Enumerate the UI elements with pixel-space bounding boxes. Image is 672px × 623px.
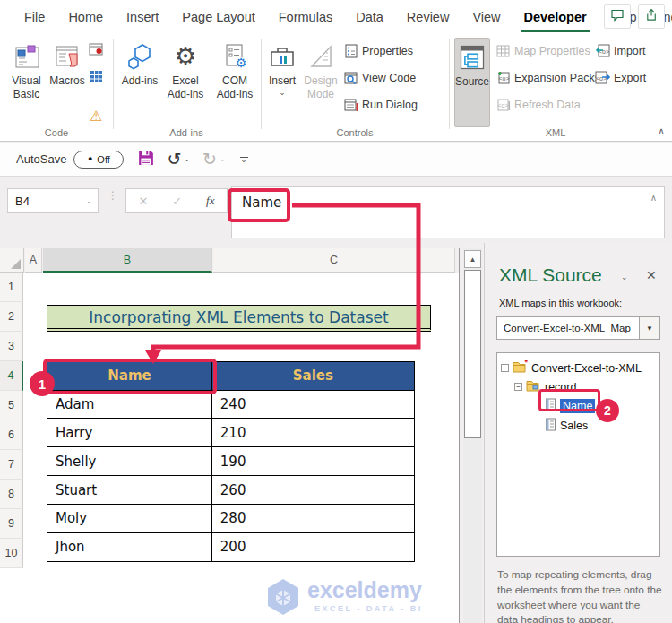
- cell-name[interactable]: Adam: [47, 390, 212, 420]
- pane-options-icon[interactable]: ⌄: [621, 273, 628, 281]
- xml-import-button[interactable]: <o> Import: [595, 41, 645, 61]
- excel-add-ins-icon: ⚙: [170, 41, 201, 72]
- properties-button[interactable]: Properties: [343, 41, 413, 61]
- tree-node-root[interactable]: − * Convert-Excel-to-XML: [501, 359, 642, 377]
- column-header-a[interactable]: A: [25, 248, 42, 273]
- pane-close-icon[interactable]: ✕: [646, 268, 657, 282]
- row-header-1[interactable]: 1: [0, 273, 23, 302]
- xml-map-dropdown[interactable]: Convert-Excel-to-XML_Map: [496, 316, 640, 340]
- cell-b4-name-header[interactable]: Name: [47, 361, 212, 391]
- tree-node-sales[interactable]: Sales: [545, 416, 588, 435]
- tab-insert[interactable]: Insert: [115, 0, 170, 34]
- cell-sales[interactable]: 210: [211, 418, 415, 447]
- tab-review[interactable]: Review: [395, 0, 461, 34]
- formula-bar[interactable]: Name ∧: [231, 186, 665, 238]
- xml-map-dropdown-button[interactable]: ▼: [639, 316, 660, 340]
- view-code-button[interactable]: View Code: [343, 68, 416, 88]
- add-ins-button[interactable]: Add-ins: [120, 38, 159, 127]
- column-header-c[interactable]: C: [213, 248, 455, 273]
- xml-export-button[interactable]: <o> Export: [595, 68, 646, 88]
- column-header-b[interactable]: B: [43, 248, 212, 273]
- cell-name[interactable]: Moly: [47, 504, 212, 533]
- visual-basic-button[interactable]: Visual Basic: [5, 38, 47, 127]
- row-header-6[interactable]: 6: [0, 420, 23, 450]
- expansion-packs-button[interactable]: <o> Expansion Packs: [495, 68, 600, 88]
- cell-sales[interactable]: 190: [211, 446, 415, 476]
- select-all-corner[interactable]: [0, 248, 24, 273]
- design-mode-icon: [306, 41, 336, 72]
- macro-security-button[interactable]: ⚠: [90, 106, 102, 125]
- row-header-10[interactable]: 10: [0, 539, 23, 568]
- xml-source-button[interactable]: Source: [454, 38, 490, 127]
- cell-sales[interactable]: 280: [211, 504, 415, 533]
- com-add-ins-button[interactable]: ⚙ COM Add-ins: [211, 38, 259, 127]
- enter-icon[interactable]: ✓: [172, 195, 182, 208]
- customize-qat-button[interactable]: ⌄: [240, 157, 248, 162]
- run-dialog-button[interactable]: Run Dialog: [343, 95, 418, 115]
- cell-c4-sales-header[interactable]: Sales: [211, 361, 415, 391]
- dataset-title-cell[interactable]: Incorporating XML Elements to Dataset: [47, 305, 431, 332]
- tab-formulas[interactable]: Formulas: [267, 0, 344, 34]
- tree-node-record[interactable]: − record: [514, 377, 576, 396]
- xml-maps-label: XML maps in this workbook:: [499, 298, 622, 308]
- tree-node-name[interactable]: Name: [545, 396, 595, 415]
- watermark: exceldemy EXCEL - DATA - BI: [264, 577, 457, 617]
- tab-data[interactable]: Data: [344, 0, 395, 34]
- tree-node-record-label: record: [545, 381, 576, 394]
- excel-add-ins-button[interactable]: ⚙ Excel Add-ins: [162, 38, 209, 127]
- xml-export-icon: <o>: [595, 71, 610, 86]
- row-header-5[interactable]: 5: [0, 391, 23, 420]
- record-macro-button[interactable]: [89, 39, 104, 59]
- row-header-8[interactable]: 8: [0, 480, 23, 509]
- macros-button[interactable]: Macros: [48, 38, 86, 127]
- cell-sales[interactable]: 260: [211, 475, 415, 505]
- run-dialog-icon: [343, 98, 358, 113]
- scroll-up-button[interactable]: ▲: [464, 250, 481, 268]
- row-header-3[interactable]: 3: [0, 332, 23, 361]
- pane-helper-text: To map repeating elements, drag the elem…: [497, 567, 662, 623]
- tab-developer[interactable]: Developer: [513, 0, 599, 34]
- collapse-ribbon-icon[interactable]: ∧: [658, 125, 665, 137]
- add-ins-group-label: Add-ins: [148, 127, 225, 138]
- cell-sales[interactable]: 200: [211, 532, 415, 562]
- cell-name[interactable]: Jhon: [47, 532, 212, 562]
- ribbon-tab-bar: File Home Insert Page Layout Formulas Da…: [0, 0, 672, 34]
- collapse-node-icon[interactable]: −: [514, 383, 522, 391]
- cell-sales[interactable]: 240: [211, 390, 415, 420]
- cancel-icon[interactable]: ✕: [138, 195, 148, 208]
- cell-name[interactable]: Shelly: [47, 446, 212, 476]
- insert-function-icon[interactable]: fx: [206, 194, 214, 208]
- xml-source-icon: [457, 42, 487, 73]
- scrollbar-thumb[interactable]: [464, 270, 481, 438]
- vertical-scrollbar[interactable]: ▲: [463, 248, 482, 623]
- tab-file[interactable]: File: [13, 0, 56, 34]
- tab-home[interactable]: Home: [56, 0, 115, 34]
- comments-button[interactable]: [604, 4, 631, 29]
- view-code-label: View Code: [362, 72, 416, 84]
- row-header-7[interactable]: 7: [0, 450, 23, 480]
- formula-bar-collapse-icon[interactable]: ∧: [650, 193, 657, 203]
- tab-page-layout[interactable]: Page Layout: [170, 0, 266, 34]
- save-button[interactable]: [138, 150, 154, 169]
- svg-text:<o>: <o>: [596, 75, 607, 82]
- tab-view[interactable]: View: [461, 0, 512, 34]
- insert-control-button[interactable]: Insert ⌄: [265, 38, 299, 127]
- watermark-brand: exceldemy: [307, 577, 422, 603]
- relative-references-button[interactable]: [89, 66, 104, 86]
- excel-window: File Home Insert Page Layout Formulas Da…: [0, 0, 672, 623]
- row-header-9[interactable]: 9: [0, 509, 23, 539]
- undo-button[interactable]: ↺ ⌄: [167, 151, 190, 168]
- name-box[interactable]: B4 ⌄: [7, 188, 99, 213]
- collapse-node-icon[interactable]: −: [501, 364, 509, 372]
- watermark-tagline: EXCEL - DATA - BI: [314, 604, 423, 613]
- map-properties-icon: [495, 44, 511, 59]
- table-row: Jhon 200: [47, 533, 416, 562]
- autosave-label: AutoSave: [16, 152, 66, 166]
- row-header-2[interactable]: 2: [0, 302, 23, 332]
- row-header-4[interactable]: 4: [0, 361, 23, 391]
- autosave-toggle[interactable]: ● Off: [73, 151, 124, 169]
- cell-name[interactable]: Stuart: [47, 475, 212, 505]
- share-button[interactable]: [638, 4, 665, 29]
- xml-tree: − * Convert-Excel-to-XML − record Name S…: [496, 352, 660, 557]
- cell-name[interactable]: Harry: [47, 418, 212, 447]
